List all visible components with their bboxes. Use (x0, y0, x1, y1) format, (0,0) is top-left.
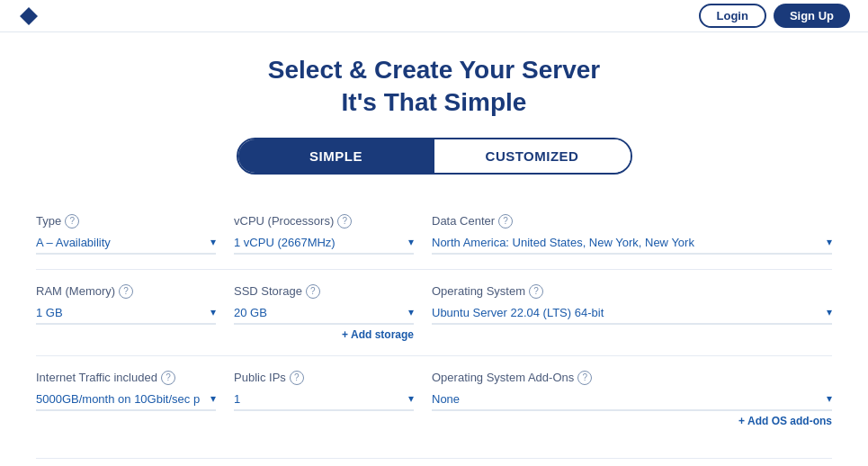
os-field: Operating System ? Ubuntu Server 22.04 (… (432, 275, 832, 334)
tab-simple[interactable]: SIMPLE (238, 139, 434, 173)
datacenter-select[interactable]: North America: United States, New York, … (432, 232, 832, 255)
config-row-3: Internet Traffic included ? 5000GB/month… (36, 356, 832, 442)
type-label: Type (36, 214, 61, 228)
ram-select[interactable]: 1 GB ▾ (36, 302, 216, 325)
os-addons-label: Operating System Add-Ons (432, 371, 574, 384)
datacenter-chevron-icon: ▾ (827, 236, 832, 248)
ram-value: 1 GB (36, 306, 63, 319)
type-field: Type ? A – Availability ▾ (36, 205, 216, 264)
vcpu-cell: vCPU (Processors) ? 1 vCPU (2667MHz) ▾ (234, 205, 432, 264)
tab-customized[interactable]: CUSTOMIZED (434, 139, 631, 173)
page-title-line1: Select & Create Your Server (268, 56, 600, 84)
os-cell: Operating System ? Ubuntu Server 22.04 (… (432, 275, 832, 350)
ssd-value: 20 GB (234, 306, 267, 319)
vcpu-help-icon[interactable]: ? (337, 214, 352, 229)
top-bar-actions: Login Sign Up (699, 4, 851, 28)
os-help-icon[interactable]: ? (529, 284, 543, 299)
signup-button[interactable]: Sign Up (774, 4, 850, 28)
type-value: A – Availability (36, 236, 111, 249)
ssd-label-row: SSD Storage ? (234, 284, 414, 299)
vcpu-field: vCPU (Processors) ? 1 vCPU (2667MHz) ▾ (234, 205, 414, 264)
tab-container: SIMPLE CUSTOMIZED (237, 138, 632, 175)
os-addons-chevron-icon: ▾ (827, 392, 832, 405)
type-chevron-icon: ▾ (210, 236, 216, 248)
ram-label: RAM (Memory) (36, 284, 115, 298)
vcpu-label-row: vCPU (Processors) ? (234, 214, 414, 229)
datacenter-label: Data Center (432, 214, 495, 228)
ssd-help-icon[interactable]: ? (306, 284, 320, 299)
type-cell: Type ? A – Availability ▾ (36, 205, 234, 264)
type-help-icon[interactable]: ? (65, 214, 79, 229)
vcpu-select[interactable]: 1 vCPU (2667MHz) ▾ (234, 232, 414, 255)
public-ips-cell: Public IPs ? 1 ▾ (234, 362, 432, 436)
ssd-select[interactable]: 20 GB ▾ (234, 302, 414, 325)
os-label: Operating System (432, 284, 525, 298)
top-bar: Login Sign Up (0, 0, 868, 32)
add-storage-row: + Add storage (234, 328, 414, 341)
ram-help-icon[interactable]: ? (119, 284, 133, 299)
config-section: Type ? A – Availability ▾ vCPU (Processo… (36, 200, 832, 442)
public-ips-label: Public IPs (234, 371, 286, 384)
logo-icon (18, 5, 40, 27)
ram-cell: RAM (Memory) ? 1 GB ▾ (36, 275, 234, 350)
public-ips-chevron-icon: ▾ (408, 392, 414, 405)
add-os-row: + Add OS add-ons (432, 415, 832, 427)
datacenter-field: Data Center ? North America: United Stat… (432, 205, 832, 264)
ssd-label: SSD Storage (234, 284, 302, 298)
ram-field: RAM (Memory) ? 1 GB ▾ (36, 275, 216, 334)
os-addons-value: None (432, 392, 460, 406)
bottom-options: Extended daily backup ? Fully managed se… (36, 458, 832, 466)
login-button[interactable]: Login (699, 4, 766, 28)
main-content: Select & Create Your Server It's That Si… (0, 32, 868, 466)
ssd-field: SSD Storage ? 20 GB ▾ + Add storage (234, 275, 414, 350)
ssd-chevron-icon: ▾ (408, 306, 414, 318)
os-addons-label-row: Operating System Add-Ons ? (432, 371, 832, 385)
public-ips-field: Public IPs ? 1 ▾ (234, 362, 414, 420)
datacenter-value: North America: United States, New York, … (432, 236, 694, 249)
os-addons-help-icon[interactable]: ? (577, 371, 592, 385)
os-value: Ubuntu Server 22.04 (LTS) 64-bit (432, 306, 604, 319)
traffic-chevron-icon: ▾ (210, 392, 216, 405)
os-addons-field: Operating System Add-Ons ? None ▾ + Add … (432, 362, 832, 436)
datacenter-cell: Data Center ? North America: United Stat… (432, 205, 832, 264)
type-select[interactable]: A – Availability ▾ (36, 232, 216, 255)
public-ips-value: 1 (234, 392, 240, 406)
os-addons-cell: Operating System Add-Ons ? None ▾ + Add … (432, 362, 832, 436)
datacenter-help-icon[interactable]: ? (498, 214, 513, 229)
vcpu-chevron-icon: ▾ (408, 236, 414, 248)
public-ips-label-row: Public IPs ? (234, 371, 414, 385)
svg-marker-0 (20, 7, 38, 25)
traffic-field: Internet Traffic included ? 5000GB/month… (36, 362, 216, 420)
os-label-row: Operating System ? (432, 284, 832, 299)
traffic-value: 5000GB/month on 10Gbit/sec p (36, 392, 200, 406)
ram-chevron-icon: ▾ (210, 306, 216, 318)
os-select[interactable]: Ubuntu Server 22.04 (LTS) 64-bit ▾ (432, 302, 832, 325)
traffic-label: Internet Traffic included (36, 371, 157, 384)
add-storage-link[interactable]: + Add storage (342, 328, 414, 341)
tab-switcher: SIMPLE CUSTOMIZED (36, 138, 832, 175)
traffic-select[interactable]: 5000GB/month on 10Gbit/sec p ▾ (36, 389, 216, 411)
config-row-1: Type ? A – Availability ▾ vCPU (Processo… (36, 200, 832, 270)
traffic-label-row: Internet Traffic included ? (36, 371, 216, 385)
traffic-help-icon[interactable]: ? (161, 371, 175, 385)
vcpu-value: 1 vCPU (2667MHz) (234, 236, 336, 249)
ssd-cell: SSD Storage ? 20 GB ▾ + Add storage (234, 275, 432, 350)
datacenter-label-row: Data Center ? (432, 214, 832, 229)
type-label-row: Type ? (36, 214, 216, 229)
public-ips-help-icon[interactable]: ? (290, 371, 304, 385)
config-row-2: RAM (Memory) ? 1 GB ▾ SSD Storage ? (36, 270, 832, 356)
logo (18, 5, 40, 27)
vcpu-label: vCPU (Processors) (234, 214, 334, 228)
add-os-link[interactable]: + Add OS add-ons (738, 415, 832, 427)
traffic-cell: Internet Traffic included ? 5000GB/month… (36, 362, 234, 436)
page-title: Select & Create Your Server It's That Si… (36, 54, 832, 120)
os-addons-select[interactable]: None ▾ (432, 389, 832, 411)
os-chevron-icon: ▾ (827, 306, 832, 318)
ram-label-row: RAM (Memory) ? (36, 284, 216, 299)
public-ips-select[interactable]: 1 ▾ (234, 389, 414, 411)
page-title-line2: It's That Simple (342, 88, 527, 116)
